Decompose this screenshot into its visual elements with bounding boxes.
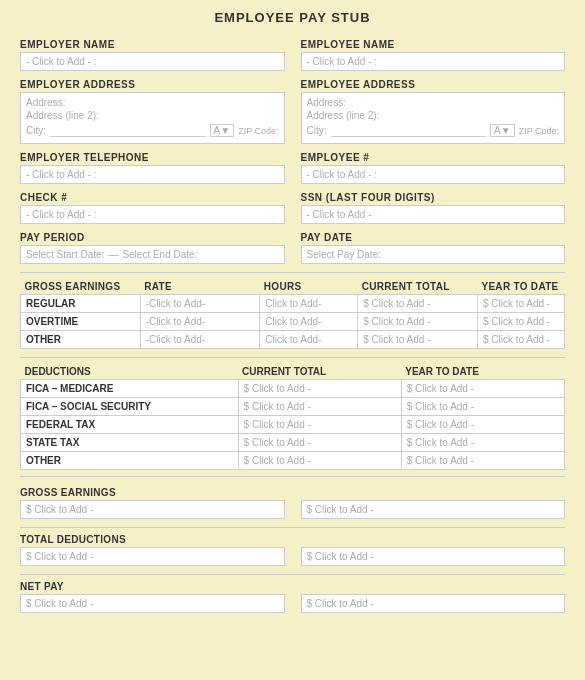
hours-col-header: HOURS	[260, 279, 358, 295]
earnings-row-label: OTHER	[21, 331, 141, 349]
ssn-label: SSN (LAST FOUR DIGITS)	[301, 192, 566, 203]
earnings-current-cell[interactable]: $ Click to Add -	[358, 313, 478, 331]
employer-address-line2: Address (line 2):	[26, 109, 279, 122]
deductions-col-header: DEDUCTIONS	[21, 364, 239, 380]
employee-name-input[interactable]: - Click to Add - :	[301, 52, 566, 71]
pay-date-label: PAY DATE	[301, 232, 566, 243]
pay-period-dash: —	[108, 249, 118, 260]
emp-state-chevron-icon: ▼	[501, 125, 511, 136]
divider-1	[20, 272, 565, 273]
totals-divider	[20, 574, 565, 575]
page-title: EMPLOYEE PAY STUB	[20, 10, 565, 25]
employee-zip-label: ZIP Code:	[519, 126, 559, 136]
employee-city-input[interactable]	[331, 125, 487, 137]
divider-2	[20, 357, 565, 358]
employee-number-input[interactable]: - Click to Add - :	[301, 165, 566, 184]
deductions-row-label: OTHER	[21, 452, 239, 470]
pay-period-start: Select Start Date:	[26, 249, 104, 260]
earnings-row: REGULAR -Click to Add- Click to Add- $ C…	[21, 295, 565, 313]
earnings-rate-cell[interactable]: -Click to Add-	[140, 313, 260, 331]
total-left-input[interactable]: $ Click to Add -	[20, 594, 285, 613]
employee-name-label: EMPLOYEE NAME	[301, 39, 566, 50]
deductions-row: STATE TAX $ Click to Add - $ Click to Ad…	[21, 434, 565, 452]
employer-name-input[interactable]: - Click to Add - :	[20, 52, 285, 71]
employer-zip-label: ZIP Code:	[238, 126, 278, 136]
earnings-row: OVERTIME -Click to Add- Click to Add- $ …	[21, 313, 565, 331]
earnings-row: OTHER -Click to Add- Click to Add- $ Cli…	[21, 331, 565, 349]
pay-date-input[interactable]: Select Pay Date:	[301, 245, 566, 264]
deductions-ytd-cell[interactable]: $ Click to Add -	[401, 434, 564, 452]
earnings-row-label: REGULAR	[21, 295, 141, 313]
deductions-current-cell[interactable]: $ Click to Add -	[238, 452, 401, 470]
deductions-table: DEDUCTIONS CURRENT TOTAL YEAR TO DATE FI…	[20, 364, 565, 470]
total-left-input[interactable]: $ Click to Add -	[20, 500, 285, 519]
employee-address-label: EMPLOYEE ADDRESS	[301, 79, 566, 90]
employee-address-line1: Address:	[307, 96, 560, 109]
earnings-row-label: OVERTIME	[21, 313, 141, 331]
earnings-ytd-cell[interactable]: $ Click to Add -	[477, 331, 564, 349]
current-total-col-header: CURRENT TOTAL	[358, 279, 478, 295]
employer-telephone-input[interactable]: - Click to Add - :	[20, 165, 285, 184]
employer-state-select[interactable]: A ▼	[210, 124, 235, 137]
employee-address-block[interactable]: Address: Address (line 2): City: A ▼ ZIP…	[301, 92, 566, 144]
earnings-current-cell[interactable]: $ Click to Add -	[358, 331, 478, 349]
earnings-ytd-cell[interactable]: $ Click to Add -	[477, 313, 564, 331]
totals-divider	[20, 527, 565, 528]
earnings-ytd-cell[interactable]: $ Click to Add -	[477, 295, 564, 313]
total-row: NET PAY $ Click to Add - NET PAY $ Click…	[20, 581, 565, 613]
earnings-rate-cell[interactable]: -Click to Add-	[140, 331, 260, 349]
total-left-block: NET PAY $ Click to Add -	[20, 581, 285, 613]
pay-period-input[interactable]: Select Start Date: — Select End Date:	[20, 245, 285, 264]
total-left-label: TOTAL DEDUCTIONS	[20, 534, 285, 545]
total-left-block: TOTAL DEDUCTIONS $ Click to Add -	[20, 534, 285, 566]
deductions-ytd-cell[interactable]: $ Click to Add -	[401, 416, 564, 434]
deductions-current-cell[interactable]: $ Click to Add -	[238, 416, 401, 434]
total-right-input[interactable]: $ Click to Add -	[301, 500, 566, 519]
employee-state-select[interactable]: A ▼	[490, 124, 515, 137]
earnings-current-cell[interactable]: $ Click to Add -	[358, 295, 478, 313]
earnings-hours-cell[interactable]: Click to Add-	[260, 313, 358, 331]
total-right-block: NET PAY $ Click to Add -	[301, 581, 566, 613]
total-right-input[interactable]: $ Click to Add -	[301, 547, 566, 566]
total-right-block: GROSS EARNINGS $ Click to Add -	[301, 487, 566, 519]
state-chevron-icon: ▼	[220, 125, 230, 136]
deductions-row-label: FICA – MEDICARE	[21, 380, 239, 398]
total-row: TOTAL DEDUCTIONS $ Click to Add - TOTAL …	[20, 534, 565, 566]
employer-city-input[interactable]	[50, 125, 206, 137]
deductions-current-cell[interactable]: $ Click to Add -	[238, 398, 401, 416]
deductions-row: OTHER $ Click to Add - $ Click to Add -	[21, 452, 565, 470]
deductions-current-cell[interactable]: $ Click to Add -	[238, 380, 401, 398]
earnings-hours-cell[interactable]: Click to Add-	[260, 331, 358, 349]
earnings-rate-cell[interactable]: -Click to Add-	[140, 295, 260, 313]
total-left-block: GROSS EARNINGS $ Click to Add -	[20, 487, 285, 519]
employer-name-label: EMPLOYER NAME	[20, 39, 285, 50]
deductions-row-label: STATE TAX	[21, 434, 239, 452]
total-row: GROSS EARNINGS $ Click to Add - GROSS EA…	[20, 487, 565, 519]
earnings-table: GROSS EARNINGS RATE HOURS CURRENT TOTAL …	[20, 279, 565, 349]
employee-state-value: A	[494, 125, 501, 136]
employer-city-label: City:	[26, 124, 46, 137]
total-left-label: NET PAY	[20, 581, 285, 592]
deductions-ytd-cell[interactable]: $ Click to Add -	[401, 398, 564, 416]
rate-col-header: RATE	[140, 279, 260, 295]
total-left-label: GROSS EARNINGS	[20, 487, 285, 498]
check-label: CHECK #	[20, 192, 285, 203]
employer-address-line1: Address:	[26, 96, 279, 109]
total-left-input[interactable]: $ Click to Add -	[20, 547, 285, 566]
employer-state-value: A	[214, 125, 221, 136]
employee-city-label: City:	[307, 124, 327, 137]
earnings-hours-cell[interactable]: Click to Add-	[260, 295, 358, 313]
total-right-input[interactable]: $ Click to Add -	[301, 594, 566, 613]
deductions-ytd-cell[interactable]: $ Click to Add -	[401, 452, 564, 470]
employer-address-label: EMPLOYER ADDRESS	[20, 79, 285, 90]
deductions-current-cell[interactable]: $ Click to Add -	[238, 434, 401, 452]
employer-address-block[interactable]: Address: Address (line 2): City: A ▼ ZIP…	[20, 92, 285, 144]
deductions-row-label: FEDERAL TAX	[21, 416, 239, 434]
ssn-input[interactable]: - Click to Add -	[301, 205, 566, 224]
check-input[interactable]: - Click to Add - :	[20, 205, 285, 224]
employee-address-line2: Address (line 2):	[307, 109, 560, 122]
deductions-row: FEDERAL TAX $ Click to Add - $ Click to …	[21, 416, 565, 434]
deductions-row: FICA – SOCIAL SECURITY $ Click to Add - …	[21, 398, 565, 416]
deductions-ytd-cell[interactable]: $ Click to Add -	[401, 380, 564, 398]
total-right-block: TOTAL DEDUCTIONS $ Click to Add -	[301, 534, 566, 566]
